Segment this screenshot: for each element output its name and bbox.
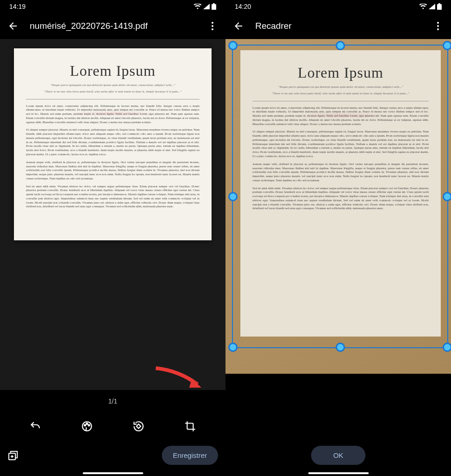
battery-icon: [212, 3, 216, 10]
crop-handle-ml[interactable]: [228, 192, 238, 201]
svg-point-5: [86, 423, 87, 424]
status-icons: [194, 3, 216, 10]
doc-title: Lorem Ipsum: [26, 62, 199, 79]
app-bar: Recadrer: [226, 13, 451, 39]
crop-screen: 14:20 Recadrer Lorem Ipsum "Neque porro …: [226, 0, 451, 476]
status-icons: [419, 3, 442, 10]
svg-rect-7: [137, 424, 141, 428]
doc-para: Sed sit amet nibh enim. Vivamus ultrices…: [26, 185, 199, 209]
arrow-left-icon: [7, 20, 19, 32]
more-button[interactable]: [432, 20, 444, 32]
signal-icon: [429, 4, 435, 9]
nav-bar[interactable]: [308, 472, 369, 474]
add-page-button[interactable]: [7, 450, 19, 461]
crop-bottom: OK: [226, 374, 451, 476]
svg-point-4: [84, 424, 86, 426]
page-counter: 1/1: [0, 390, 226, 412]
back-button[interactable]: [7, 20, 19, 32]
svg-point-9: [437, 22, 439, 24]
undo-button[interactable]: [29, 420, 42, 433]
doc-quote-2: "There is no one who loves pain itself, …: [26, 90, 199, 94]
scan-artifact: [73, 111, 153, 116]
svg-point-6: [88, 424, 90, 426]
status-time: 14:19: [9, 3, 26, 10]
doc-para: Aenean neque velit, eleifend in placerat…: [26, 160, 199, 181]
more-button[interactable]: [207, 20, 218, 32]
crop-frame[interactable]: [232, 45, 448, 348]
scan-preview-screen: 14:19 numérisé_20220726-1419.pdf Lorem I…: [0, 0, 226, 476]
doc-divider: [26, 99, 199, 99]
status-bar: 14:19: [0, 0, 226, 13]
edit-toolbar: [0, 412, 226, 440]
bottom-bar: OK: [226, 440, 451, 476]
status-bar: 14:20: [226, 0, 451, 13]
signal-icon: [203, 4, 210, 9]
rotate-button[interactable]: [132, 420, 145, 433]
document-preview[interactable]: Lorem Ipsum "Neque porro quisquam est qu…: [0, 39, 226, 390]
ok-button[interactable]: OK: [311, 446, 366, 465]
battery-icon: [437, 3, 442, 10]
crop-area[interactable]: Lorem Ipsum "Neque porro quisquam est qu…: [226, 39, 451, 374]
crop-button[interactable]: [184, 420, 197, 433]
doc-para: Ut aliquet semper placerat. Mauris eu ni…: [26, 128, 199, 156]
scanned-page: Lorem Ipsum "Neque porro quisquam est qu…: [14, 48, 212, 240]
file-title: numérisé_20220726-1419.pdf: [30, 21, 196, 31]
app-bar: numérisé_20220726-1419.pdf: [0, 13, 226, 39]
wifi-icon: [194, 4, 201, 9]
add-page-icon: [7, 450, 19, 461]
crop-handle-br[interactable]: [443, 343, 451, 352]
crop-handle-bc[interactable]: [336, 343, 345, 352]
crop-handle-bl[interactable]: [228, 343, 238, 352]
arrow-left-icon: [233, 20, 244, 32]
svg-point-10: [437, 25, 439, 27]
rotate-icon: [133, 420, 145, 432]
doc-quote-1: "Neque porro quisquam est qui dolorem ip…: [26, 83, 199, 88]
more-vert-icon: [207, 20, 218, 32]
crop-icon: [184, 420, 196, 432]
color-button[interactable]: [80, 420, 93, 433]
svg-point-1: [212, 25, 213, 27]
svg-point-2: [212, 28, 213, 30]
wifi-icon: [419, 4, 427, 9]
more-vert-icon: [432, 20, 444, 32]
svg-point-0: [212, 22, 213, 24]
doc-body: Lorem ipsum dolor sit amet, consectetur …: [26, 104, 199, 209]
back-button[interactable]: [233, 20, 244, 32]
undo-icon: [29, 420, 41, 432]
crop-handle-tl[interactable]: [228, 41, 238, 50]
nav-bar[interactable]: [83, 472, 143, 474]
screen-title: Recadrer: [255, 21, 421, 31]
save-button[interactable]: Enregistrer: [162, 446, 218, 465]
bottom-bar: Enregistrer: [0, 440, 226, 476]
crop-handle-tr[interactable]: [443, 41, 451, 50]
status-time: 14:20: [235, 3, 251, 10]
crop-handle-tc[interactable]: [336, 41, 345, 50]
crop-handle-mr[interactable]: [443, 192, 451, 201]
palette-icon: [81, 420, 93, 432]
svg-point-11: [437, 28, 439, 30]
